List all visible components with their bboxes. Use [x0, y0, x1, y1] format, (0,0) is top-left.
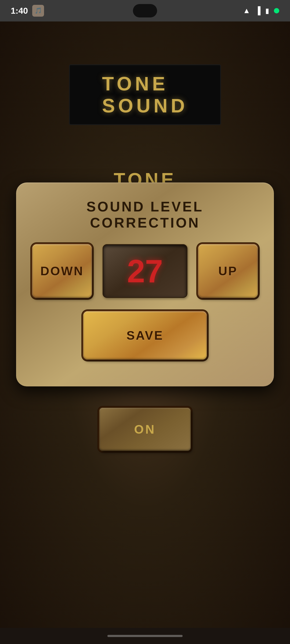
green-dot-indicator [274, 8, 279, 13]
status-bar-center [133, 4, 157, 17]
on-button-label: ON [134, 422, 156, 437]
signal-icon: ▐ [255, 6, 260, 15]
app-title: TONE SOUND [102, 73, 188, 117]
status-bar: 1:40 🎵 ▲ ▐ ▮ [0, 0, 290, 21]
time-display: 1:40 [11, 6, 28, 16]
bottom-indicator [107, 635, 183, 637]
camera-pill [133, 4, 157, 17]
sound-level-dialog: SOUND LEVEL CORRECTION DOWN 27 UP SAVE [16, 182, 274, 386]
down-button[interactable]: DOWN [32, 244, 92, 298]
app-background: TONE SOUND TONE SOUND LEVEL CORRECTION D… [0, 21, 290, 644]
on-button[interactable]: ON [99, 408, 191, 451]
down-button-label: DOWN [40, 264, 84, 278]
up-button-label: UP [218, 264, 238, 278]
save-button[interactable]: SAVE [83, 311, 207, 360]
battery-icon: ▮ [265, 7, 269, 15]
status-bar-right: ▲ ▐ ▮ [243, 6, 279, 15]
wifi-icon: ▲ [243, 6, 250, 15]
status-bar-left: 1:40 🎵 [11, 5, 44, 17]
bottom-nav [0, 628, 290, 644]
on-button-container: ON [99, 408, 191, 451]
value-display: 27 [103, 244, 187, 298]
current-value: 27 [127, 253, 163, 290]
controls-row: DOWN 27 UP [32, 244, 258, 298]
dialog-title: SOUND LEVEL CORRECTION [32, 199, 258, 231]
tone-sound-header: TONE SOUND [69, 64, 221, 125]
save-button-label: SAVE [126, 328, 164, 343]
app-icon: 🎵 [32, 5, 44, 17]
up-button[interactable]: UP [198, 244, 258, 298]
